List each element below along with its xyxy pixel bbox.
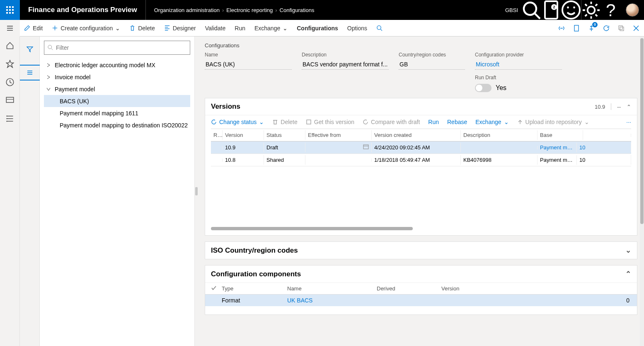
tree-node[interactable]: Electronic ledger accounting model MX	[44, 59, 190, 71]
checkmark-icon[interactable]	[211, 285, 217, 290]
clock-icon[interactable]	[6, 78, 14, 86]
rebase-button[interactable]: Rebase	[447, 119, 467, 125]
create-configuration-button[interactable]: Create configuration ⌄	[52, 25, 120, 32]
breadcrumb-item[interactable]: Electronic reporting	[226, 7, 273, 13]
emoticon-button[interactable]	[561, 0, 581, 20]
upload-button[interactable]: Upload into repository ⌄	[517, 119, 589, 125]
svg-point-37	[6, 121, 7, 122]
search-icon	[376, 25, 383, 31]
workspace-icon[interactable]	[6, 96, 14, 105]
vertical-scrollbar[interactable]	[640, 37, 644, 346]
run-button[interactable]: Run	[235, 25, 245, 32]
star-icon[interactable]	[6, 60, 14, 68]
notifications-button[interactable]: 2	[541, 0, 561, 20]
component-row[interactable]: Format UK BACS 0	[205, 295, 637, 306]
popout-button[interactable]	[617, 24, 625, 32]
breadcrumb-item[interactable]: Organization administration	[154, 7, 220, 13]
attachment-badge: 0	[592, 22, 598, 27]
left-nav-rail	[0, 37, 20, 346]
svg-point-36	[6, 118, 7, 119]
home-icon[interactable]	[6, 41, 14, 50]
chevron-up-icon[interactable]: ⌃	[627, 104, 631, 110]
component-name-link[interactable]: UK BACS	[287, 297, 377, 304]
tree-node[interactable]: Invoice model	[44, 71, 190, 83]
chevron-down-icon: ⌄	[115, 25, 120, 32]
tree-node[interactable]: Payment model mapping 1611	[44, 107, 190, 119]
version-run-button[interactable]: Run	[428, 119, 439, 125]
search-button[interactable]	[521, 0, 541, 20]
version-delete-button[interactable]: Delete	[272, 119, 297, 125]
search-icon	[48, 45, 53, 51]
splitter-handle[interactable]	[195, 37, 198, 346]
svg-point-22	[377, 26, 381, 29]
designer-button[interactable]: Designer	[164, 25, 196, 32]
search-icon	[521, 0, 541, 20]
chevron-down-icon[interactable]: ⌄	[625, 246, 631, 255]
filter-funnel-button[interactable]	[20, 41, 40, 57]
attachments-button[interactable]: 0	[588, 24, 595, 32]
change-status-button[interactable]: Change status ⌄	[211, 119, 264, 125]
chevron-up-icon[interactable]: ⌃	[625, 270, 631, 278]
svg-point-9	[524, 2, 536, 15]
field-label: Name	[205, 52, 292, 58]
configurations-tab[interactable]: Configurations	[297, 25, 338, 32]
more-button[interactable]: ···	[626, 119, 631, 125]
name-field[interactable]: BACS (UK)	[205, 59, 292, 70]
tree-node[interactable]: Payment model mapping to destination ISO…	[44, 119, 190, 131]
version-exchange-button[interactable]: Exchange ⌄	[475, 119, 508, 125]
validate-button[interactable]: Validate	[205, 25, 226, 32]
svg-text:?: ?	[606, 0, 615, 20]
upload-icon	[517, 119, 523, 125]
close-button[interactable]	[632, 24, 640, 32]
get-version-button[interactable]: Get this version	[306, 119, 354, 125]
run-draft-toggle[interactable]	[475, 84, 491, 92]
hamburger-button[interactable]	[0, 20, 20, 37]
list-view-button[interactable]	[20, 65, 40, 80]
edit-button[interactable]: Edit	[24, 25, 43, 32]
compare-button[interactable]: Compare with draft	[363, 119, 420, 125]
user-avatar[interactable]	[626, 3, 639, 17]
smile-icon	[561, 0, 581, 20]
field-label: Description	[302, 52, 389, 58]
modules-icon[interactable]	[6, 115, 14, 123]
svg-rect-0	[6, 6, 8, 8]
link-icon	[558, 25, 565, 32]
grid-row[interactable]: 10.8 Shared 1/18/2018 05:49:47 AM KB4076…	[211, 154, 631, 166]
list-icon	[27, 69, 33, 76]
horizontal-scrollbar[interactable]	[211, 226, 631, 231]
search-actionbar-button[interactable]	[376, 25, 383, 31]
exchange-button[interactable]: Exchange ⌄	[254, 25, 288, 32]
office-button[interactable]	[573, 24, 580, 32]
chevron-right-icon	[46, 75, 51, 79]
chevron-down-icon: ⌄	[504, 119, 509, 125]
settings-button[interactable]	[581, 0, 601, 20]
app-launcher-button[interactable]	[0, 0, 20, 20]
help-button[interactable]: ?	[601, 0, 621, 20]
svg-line-42	[51, 49, 53, 50]
region-field[interactable]: GB	[399, 59, 465, 70]
iso-card: ISO Country/region codes ⌄	[205, 241, 637, 259]
svg-line-23	[380, 29, 382, 31]
close-icon	[633, 25, 639, 32]
description-field[interactable]: BACS vendor payment format f...	[302, 59, 389, 70]
filter-input-wrapper[interactable]	[44, 41, 190, 55]
options-button[interactable]: Options	[347, 25, 367, 32]
svg-point-12	[562, 1, 580, 19]
tree-node-selected[interactable]: BACS (UK)	[44, 95, 190, 107]
calendar-icon[interactable]	[363, 144, 369, 149]
chevron-down-icon: ⌄	[283, 25, 288, 32]
tree-node[interactable]: Payment model	[44, 83, 190, 95]
config-tree: Electronic ledger accounting model MX In…	[44, 59, 190, 131]
pencil-icon	[24, 25, 30, 31]
breadcrumb-item[interactable]: Configurations	[280, 7, 315, 13]
toggle-value: Yes	[496, 84, 506, 92]
provider-link[interactable]: Microsoft	[475, 59, 562, 70]
grid-row[interactable]: 10.9 Draft 4/24/2020 09:02:45 AM Payment…	[211, 141, 631, 154]
refresh-button[interactable]	[603, 24, 610, 32]
company-code[interactable]: GBSI	[505, 7, 521, 13]
action-bar: Edit Create configuration ⌄ Delete Desig…	[20, 20, 644, 37]
link-button[interactable]	[558, 24, 565, 32]
refresh-icon	[363, 119, 368, 125]
delete-button[interactable]: Delete	[129, 25, 155, 32]
filter-input[interactable]	[56, 44, 186, 51]
